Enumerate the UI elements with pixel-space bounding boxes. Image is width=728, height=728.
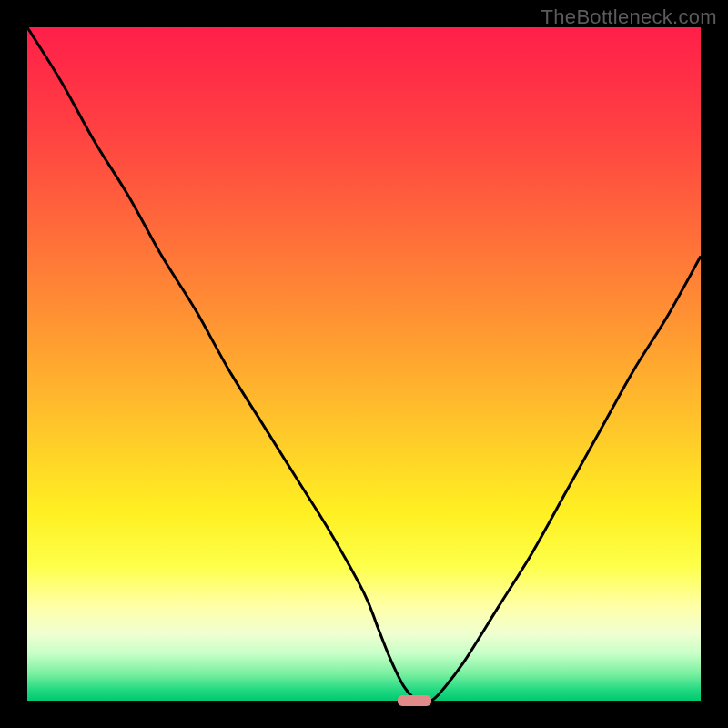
bottleneck-chart	[0, 0, 728, 728]
watermark-text: TheBottleneck.com	[541, 5, 717, 29]
chart-frame: TheBottleneck.com	[0, 0, 728, 728]
plot-background	[27, 27, 701, 701]
optimal-marker	[398, 695, 431, 706]
